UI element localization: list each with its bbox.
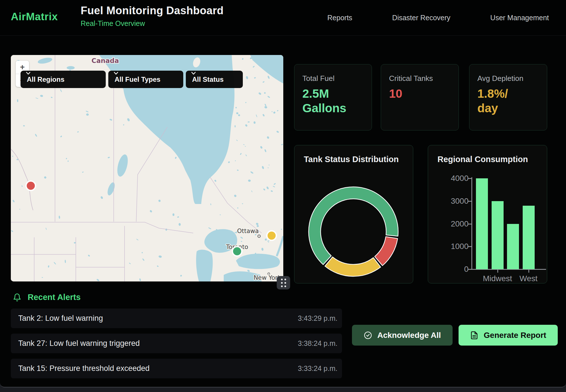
generate-report-label: Generate Report [484,331,546,340]
dashboard-app: AirMatrix Fuel Monitoring Dashboard Real… [0,0,566,387]
alert-row[interactable]: Tank 27: Low fuel warning triggered 3:38… [11,334,342,353]
alert-text: Tank 15: Pressure threshold exceeded [18,364,150,373]
map-town-dot [258,235,260,238]
map-lake [67,66,75,70]
map-resize-handle[interactable] [277,276,290,289]
alert-text: Tank 2: Low fuel warning [18,314,103,323]
stat-label: Critical Tanks [389,74,451,83]
acknowledge-all-button[interactable]: Acknowledge All [352,325,453,346]
recent-alerts-header: Recent Alerts [13,293,81,302]
chevron-down-icon [191,71,196,76]
file-text-icon [470,331,479,340]
nav-disaster-recovery[interactable]: Disaster Recovery [392,14,450,22]
y-tick-label: 4000 [442,174,469,183]
y-tick-label: 1000 [442,242,469,251]
y-tick-label: 2000 [442,219,469,228]
y-tick-mark [468,224,471,224]
stat-card-critical-tanks: Critical Tanks 10 [381,64,459,130]
header: AirMatrix Fuel Monitoring Dashboard Real… [0,0,566,36]
main-nav: Reports Disaster Recovery User Managemen… [327,0,549,36]
y-tick-mark [468,246,471,247]
bar [507,224,519,270]
donut-chart-title: Tank Status Distribution [304,155,399,164]
chevron-down-icon [113,71,119,76]
bar [476,178,488,269]
bar-chart-title: Regional Consumption [437,155,528,164]
chevron-down-icon [26,71,31,76]
acknowledge-all-label: Acknowledge All [377,331,441,340]
map-lake-michigan [196,250,213,281]
fuel-type-filter-value: All Fuel Types [115,75,160,83]
alert-time: 3:33:24 p.m. [298,364,337,373]
bar [492,201,504,269]
y-tick-mark [468,201,471,202]
donut-segment-critical [375,237,398,266]
y-tick-label: 0 [442,265,469,274]
region-filter-value: All Regions [27,75,64,83]
alert-text: Tank 27: Low fuel warning triggered [18,339,140,348]
donut-segment-warning [325,257,381,276]
tank-marker-critical[interactable] [26,181,36,191]
stat-card-avg-depletion: Avg Depletion 1.8%/day [469,64,547,130]
app-logo: AirMatrix [11,11,58,23]
status-filter-select[interactable]: All Status [186,71,243,88]
stat-label: Avg Depletion [477,74,539,83]
check-circle-icon [364,331,372,340]
alert-time: 3:38:24 p.m. [298,339,337,348]
regional-consumption-card: Regional Consumption 40003000200010000Mi… [428,145,547,283]
page-subtitle: Real-Time Overview [81,19,223,28]
stat-value: 10 [389,86,451,101]
tank-marker-normal[interactable] [233,247,242,256]
fuel-type-filter-select[interactable]: All Fuel Types [108,71,183,88]
page-title: Fuel Monitoring Dashboard [81,5,223,17]
regional-consumption-bar-chart [472,178,547,269]
y-tick-label: 3000 [442,197,469,206]
alert-row[interactable]: Tank 2: Low fuel warning 3:43:29 p.m. [11,309,342,328]
nav-reports[interactable]: Reports [327,14,353,22]
stat-value: 2.5MGallons [302,86,364,115]
stat-value: 1.8%/day [477,86,539,115]
tank-status-distribution-card: Tank Status Distribution [294,145,413,283]
bar [523,206,535,269]
generate-report-button[interactable]: Generate Report [459,325,558,346]
bell-icon [13,293,21,302]
page-title-block: Fuel Monitoring Dashboard Real-Time Over… [81,5,223,28]
tank-status-donut-chart [294,145,414,284]
y-tick-mark [468,269,471,270]
nav-user-management[interactable]: User Management [490,14,549,22]
stat-card-total-fuel: Total Fuel 2.5MGallons [294,64,372,130]
y-tick-mark [468,178,471,179]
region-filter-select[interactable]: All Regions [21,71,106,88]
map-canvas: Canada Ottawa Toronto New York [11,55,283,281]
donut-segment-normal [309,187,398,265]
x-tick-mark [497,270,498,273]
stat-label: Total Fuel [302,74,364,83]
x-tick-mark [528,270,529,273]
alert-row[interactable]: Tank 15: Pressure threshold exceeded 3:3… [11,359,342,378]
map-city-label-ottawa: Ottawa [237,228,259,234]
tank-marker-warning[interactable] [267,231,276,240]
x-tick-label: West [509,274,549,283]
status-filter-value: All Status [192,75,224,83]
fuel-map[interactable]: Canada Ottawa Toronto New York + − All R… [11,55,283,281]
recent-alerts-title: Recent Alerts [28,293,81,302]
alert-time: 3:43:29 p.m. [298,314,337,322]
map-country-label: Canada [91,57,119,64]
